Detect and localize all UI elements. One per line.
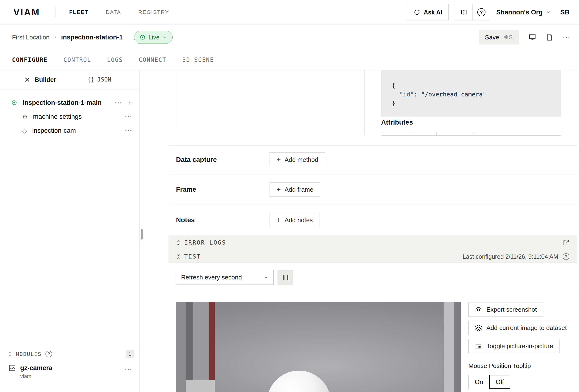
save-button[interactable]: Save ⌘S (479, 30, 519, 45)
save-label: Save (485, 34, 499, 41)
modules-section: MODULES ? 1 gz-camera viam ⋯ (0, 346, 140, 385)
pause-icon (283, 275, 285, 280)
tab-configure[interactable]: CONFIGURE (12, 57, 48, 63)
picture-in-picture-icon (475, 343, 482, 349)
tree-item-main-part[interactable]: inspection-station-1-main ⋯ + (0, 96, 140, 110)
tooltip-off-button[interactable]: Off (489, 375, 510, 389)
nav-item-registry[interactable]: REGISTRY (138, 9, 169, 15)
external-link-icon[interactable] (563, 239, 569, 246)
modules-help-icon[interactable]: ? (45, 351, 52, 357)
chevron-down-icon (263, 275, 269, 280)
attr-col-divider (473, 132, 473, 135)
help-button[interactable]: ? (472, 4, 490, 20)
module-menu-icon[interactable]: ⋯ (125, 365, 132, 373)
chevron-down-icon (546, 10, 551, 15)
inspection-cam-label: inspection-cam (32, 127, 76, 134)
add-to-dataset-label: Add current image to dataset (486, 324, 567, 332)
unfold-icon[interactable] (176, 239, 180, 246)
frame-section: Frame + Add frame (168, 174, 577, 205)
add-notes-label: Add notes (285, 217, 313, 224)
config-edit-panel[interactable] (176, 70, 364, 135)
fold-icon[interactable] (176, 253, 180, 260)
more-options-icon[interactable]: ⋯ (563, 33, 570, 41)
toggle-pip-label: Toggle picture-in-picture (486, 342, 553, 350)
live-status-dropdown[interactable]: Live (134, 31, 173, 44)
export-screenshot-button[interactable]: Export screenshot (468, 303, 543, 317)
plus-icon: + (277, 186, 281, 193)
monitor-icon[interactable] (528, 33, 536, 41)
live-part-icon (11, 100, 17, 106)
camera-feed (176, 302, 461, 392)
part-menu-icon[interactable]: ⋯ (114, 99, 122, 107)
plus-icon: + (277, 217, 281, 224)
tab-logs[interactable]: LOGS (107, 57, 123, 63)
data-capture-section: Data capture + Add method (168, 145, 577, 174)
frame-label: Frame (176, 186, 270, 193)
test-help-icon[interactable]: ? (563, 253, 569, 260)
tab-control[interactable]: CONTROL (64, 57, 91, 63)
json-mode-toggle[interactable]: {} JSON (87, 76, 111, 83)
refresh-rate-value: Refresh every second (181, 274, 242, 281)
data-capture-label: Data capture (176, 156, 270, 163)
last-configured-text: Last configured 2/11/26, 9:11:04 AM (463, 253, 558, 260)
pause-button[interactable] (278, 270, 293, 285)
tree-item-inspection-cam[interactable]: ◇ inspection-cam ⋯ (0, 124, 140, 138)
viam-logo: VIAM (13, 7, 40, 17)
code-key: "id" (399, 91, 414, 98)
live-label: Live (148, 34, 160, 41)
add-component-icon[interactable]: + (128, 99, 132, 107)
cam-wall-band (444, 302, 454, 392)
error-logs-bar[interactable]: ERROR LOGS (168, 235, 577, 250)
attributes-json-preview: { "id": "/overhead_camera" } (381, 70, 561, 117)
modules-header: MODULES ? 1 (0, 346, 140, 362)
docs-help-group: ? (455, 4, 490, 20)
nav-item-fleet[interactable]: FLEET (69, 9, 88, 15)
add-to-dataset-button[interactable]: Add current image to dataset (468, 321, 573, 335)
refresh-rate-select[interactable]: Refresh every second (176, 270, 274, 285)
add-method-button[interactable]: + Add method (270, 153, 325, 167)
tab-3d-scene[interactable]: 3D SCENE (182, 57, 214, 63)
builder-mode-toggle[interactable]: Builder (24, 76, 56, 83)
test-bar[interactable]: TEST Last configured 2/11/26, 9:11:04 AM… (168, 250, 577, 263)
book-icon (460, 9, 467, 16)
module-item-gz-camera[interactable]: gz-camera viam ⋯ (0, 362, 140, 385)
machine-settings-menu-icon[interactable]: ⋯ (125, 113, 132, 120)
machine-part-tree: inspection-station-1-main ⋯ + ⚙ machine … (0, 89, 140, 138)
camera-icon (475, 306, 482, 313)
tree-item-machine-settings[interactable]: ⚙ machine settings ⋯ (0, 110, 140, 124)
ask-ai-button[interactable]: Ask AI (407, 4, 449, 20)
inspection-cam-menu-icon[interactable]: ⋯ (125, 127, 132, 134)
builder-label: Builder (35, 76, 56, 83)
code-value: "/overhead_camera" (421, 91, 486, 98)
tooltip-toggle-group: On Off (468, 375, 510, 389)
builder-json-toggle: Builder {} JSON (0, 70, 140, 89)
module-name: gz-camera (20, 364, 52, 372)
nav-item-data[interactable]: DATA (106, 9, 121, 15)
toggle-pip-button[interactable]: Toggle picture-in-picture (468, 339, 560, 353)
tab-connect[interactable]: CONNECT (139, 57, 166, 63)
attributes-title: Attributes (381, 119, 413, 126)
chevron-down-icon (162, 35, 167, 40)
document-icon[interactable] (546, 33, 553, 41)
test-action-panel: Export screenshot Add current image to d… (468, 303, 573, 389)
refresh-controls: Refresh every second (168, 263, 577, 292)
main-part-label: inspection-station-1-main (23, 99, 102, 107)
org-switcher[interactable]: Shannon's Org (496, 9, 551, 16)
docs-button[interactable] (455, 4, 472, 20)
collapse-icon[interactable] (8, 351, 12, 357)
tooltip-on-button[interactable]: On (468, 375, 489, 389)
export-screenshot-label: Export screenshot (486, 306, 537, 313)
gear-icon: ⚙ (22, 113, 28, 120)
add-notes-button[interactable]: + Add notes (270, 213, 320, 227)
user-avatar[interactable]: SB (560, 9, 569, 16)
diamond-icon: ◇ (22, 127, 27, 134)
builder-icon (24, 77, 30, 83)
code-line-id: "id": "/overhead_camera" (392, 90, 561, 99)
ai-sparkle-refresh-icon (414, 9, 420, 16)
sidebar-resize-handle[interactable] (141, 229, 143, 239)
breadcrumb-location[interactable]: First Location (12, 34, 50, 41)
attributes-table (381, 132, 561, 136)
save-shortcut: ⌘S (503, 34, 513, 41)
add-frame-button[interactable]: + Add frame (270, 182, 320, 197)
top-nav: VIAM FLEET DATA REGISTRY Ask AI (0, 0, 579, 25)
